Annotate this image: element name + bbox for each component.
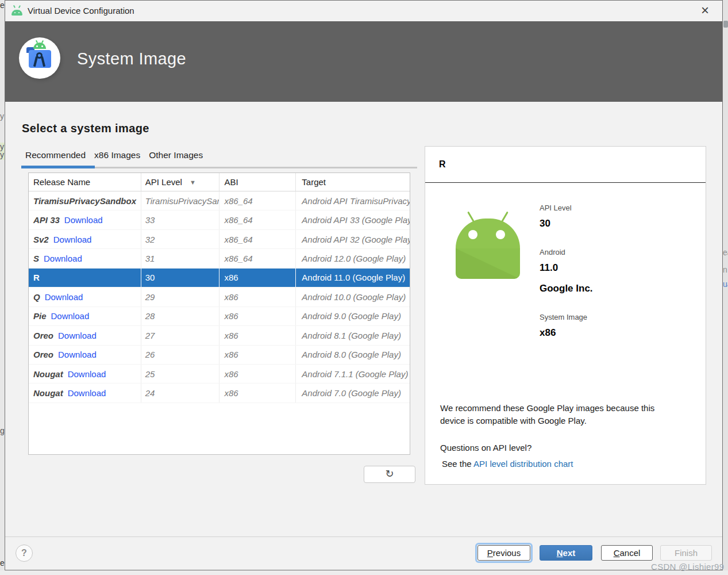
virtual-device-configuration-dialog: Virtual Device Configuration × System Im… — [5, 0, 723, 570]
download-link[interactable]: Download — [58, 331, 97, 340]
download-link[interactable]: Download — [45, 292, 83, 302]
system-image-label: System Image — [540, 313, 587, 321]
tab-other-images[interactable]: Other Images — [149, 150, 203, 160]
cancel-button[interactable]: Cancel — [601, 545, 653, 561]
table-row[interactable]: NougatDownload25x86Android 7.1.1 (Google… — [29, 365, 410, 384]
release-name: Pie — [33, 311, 47, 321]
table-row[interactable]: NougatDownload24x86Android 7.0 (Google P… — [29, 384, 410, 402]
table-row[interactable]: OreoDownload26x86Android 8.0 (Google Pla… — [29, 346, 410, 365]
release-name: TiramisuPrivacySandbox — [33, 196, 136, 206]
api-level-label: API Level — [540, 204, 572, 212]
table-row[interactable]: TiramisuPrivacySandboxTiramisuPrivacySan… — [29, 191, 410, 210]
api-question-text: Questions on API level? — [440, 443, 531, 453]
target-cell: Android 8.0 (Google Play) — [302, 350, 401, 359]
vendor-value: Google Inc. — [540, 283, 593, 294]
release-name: S — [33, 254, 39, 263]
download-link[interactable]: Download — [44, 254, 82, 263]
release-name: Nougat — [33, 388, 63, 398]
android-studio-badge-icon — [19, 37, 60, 79]
previous-button[interactable]: Previous — [477, 545, 530, 561]
background-text-fragment: e — [0, 1, 5, 10]
refresh-button[interactable]: ↻ — [364, 466, 415, 483]
download-link[interactable]: Download — [58, 350, 97, 359]
api-distribution-chart-link[interactable]: API level distribution chart — [473, 459, 573, 469]
release-name: Q — [33, 292, 40, 302]
active-tab-indicator — [21, 166, 95, 168]
background-scrollbar-fragment — [723, 21, 728, 28]
abi-cell: x86_64 — [225, 235, 253, 244]
system-image-abi-value: x86 — [540, 327, 556, 339]
column-header-release-name[interactable]: Release Name — [29, 173, 141, 191]
sort-descending-icon: ▼ — [190, 179, 196, 186]
target-cell: Android 9.0 (Google Play) — [302, 311, 401, 321]
close-button[interactable]: × — [692, 1, 718, 21]
android-label: Android — [540, 248, 565, 256]
table-row[interactable]: API 33Download33x86_64Android API 33 (Go… — [29, 210, 410, 229]
api-level-cell: 24 — [145, 388, 155, 398]
column-header-abi[interactable]: ABI — [219, 173, 296, 191]
android-version-value: 11.0 — [540, 262, 558, 274]
api-level-cell: 30 — [145, 273, 155, 282]
target-cell: Android API 32 (Google Play) — [302, 235, 410, 244]
background-page-right-strip: ea n ua — [723, 0, 728, 575]
table-body: TiramisuPrivacySandboxTiramisuPrivacySan… — [29, 191, 410, 403]
footer-divider — [5, 536, 723, 537]
background-text-fragment: ea — [723, 248, 728, 257]
table-row[interactable]: Sv2Download32x86_64Android API 32 (Googl… — [29, 230, 410, 249]
background-text-fragment: y — [0, 112, 4, 121]
android-robot-icon — [456, 211, 520, 280]
target-cell: Android API 33 (Google Play) — [302, 215, 410, 225]
api-level-cell: TiramisuPrivacySandbox — [145, 196, 219, 206]
release-name: Oreo — [33, 331, 53, 340]
download-link[interactable]: Download — [51, 311, 90, 321]
download-link[interactable]: Download — [64, 215, 103, 225]
finish-button[interactable]: Finish — [660, 545, 712, 561]
tab-x86-images[interactable]: x86 Images — [94, 150, 140, 160]
release-name: Sv2 — [33, 235, 49, 244]
table-row[interactable]: OreoDownload27x86Android 8.1 (Google Pla… — [29, 326, 410, 345]
target-cell: Android 10.0 (Google Play) — [302, 292, 406, 302]
release-name: Nougat — [33, 369, 63, 379]
table-row[interactable]: R30x86Android 11.0 (Google Play) — [29, 269, 410, 288]
panel-divider — [425, 182, 706, 183]
background-text-fragment: n — [723, 265, 727, 274]
release-name: Oreo — [33, 350, 53, 359]
page-title: System Image — [77, 49, 186, 68]
table-row[interactable]: SDownload31x86_64Android 12.0 (Google Pl… — [29, 249, 410, 268]
api-level-value: 30 — [540, 218, 550, 229]
download-link[interactable]: Download — [53, 235, 92, 244]
abi-cell: x86 — [225, 311, 238, 321]
help-icon: ? — [21, 548, 27, 558]
abi-cell: x86 — [225, 292, 238, 302]
api-level-cell: 33 — [145, 215, 155, 225]
abi-cell: x86_64 — [225, 196, 253, 206]
abi-cell: x86 — [225, 273, 238, 282]
abi-cell: x86 — [225, 388, 238, 398]
column-header-target[interactable]: Target — [296, 173, 410, 191]
refresh-icon: ↻ — [385, 468, 394, 480]
api-level-cell: 27 — [145, 331, 155, 340]
download-link[interactable]: Download — [68, 369, 106, 379]
close-icon: × — [701, 2, 709, 18]
watermark: CSDN @Lishier99 — [651, 562, 724, 572]
table-row[interactable]: QDownload29x86Android 10.0 (Google Play) — [29, 288, 410, 306]
help-button[interactable]: ? — [16, 545, 33, 562]
abi-cell: x86 — [225, 350, 238, 359]
wizard-header: System Image — [5, 21, 722, 102]
target-cell: Android 11.0 (Google Play) — [302, 273, 405, 282]
api-level-cell: 31 — [145, 254, 155, 263]
details-panel: R API Level 30 Android 11.0 Google Inc. … — [425, 146, 706, 485]
target-cell: Android API TiramisuPrivacySandbox — [302, 196, 410, 206]
download-link[interactable]: Download — [68, 388, 106, 398]
next-button[interactable]: Next — [540, 545, 592, 561]
table-row[interactable]: PieDownload28x86Android 9.0 (Google Play… — [29, 307, 410, 326]
selected-release-name: R — [439, 159, 446, 170]
abi-cell: x86 — [225, 369, 238, 379]
tab-recommended[interactable]: Recommended — [25, 150, 86, 160]
api-level-cell: 29 — [145, 292, 155, 302]
target-cell: Android 7.0 (Google Play) — [302, 388, 401, 398]
background-page-left-strip: e y y y g er — [0, 0, 5, 575]
column-header-api-level[interactable]: API Level▼ — [141, 173, 219, 191]
android-logo-icon — [11, 7, 22, 16]
window-title: Virtual Device Configuration — [28, 6, 134, 16]
